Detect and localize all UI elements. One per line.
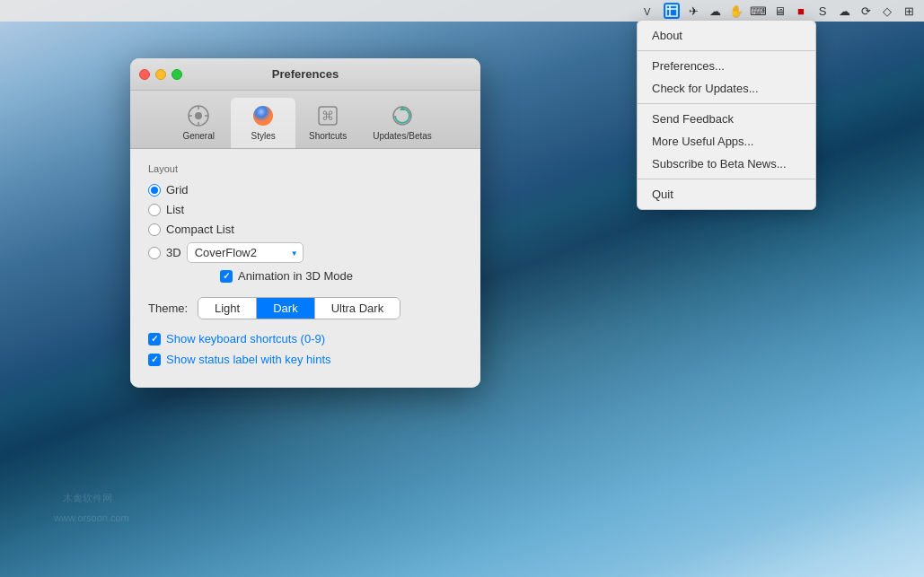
menubar-icon-plane[interactable]: ✈ — [685, 3, 701, 19]
titlebar: Preferences — [130, 58, 480, 91]
svg-point-10 — [253, 106, 273, 126]
dropdown-menu: About Preferences... Check for Updates..… — [637, 20, 816, 210]
tab-shortcuts[interactable]: ⌘ Shortcuts — [295, 98, 360, 148]
content-area: Layout Grid List Compact List — [130, 149, 480, 388]
animation-row[interactable]: Animation in 3D Mode — [220, 269, 462, 283]
menu-item-check-updates[interactable]: Check for Updates... — [638, 77, 815, 100]
close-button[interactable] — [139, 69, 150, 80]
shortcuts-icon: ⌘ — [315, 103, 340, 128]
menubar-icon-active[interactable] — [664, 3, 680, 19]
radio-btn-compact[interactable] — [148, 223, 161, 236]
menu-item-about[interactable]: About — [638, 24, 815, 47]
radio-label-grid: Grid — [166, 183, 189, 197]
menu-separator-3 — [638, 179, 815, 179]
window-title: Preferences — [272, 67, 339, 81]
tab-updates[interactable]: Updates/Betas — [360, 98, 444, 148]
svg-text:⌘: ⌘ — [321, 109, 334, 123]
menubar: V ✈ ☁ ✋ ⌨ 🖥 ■ S ☁ ⟳ ◇ ⊞ — [0, 0, 924, 22]
minimize-button[interactable] — [155, 69, 166, 80]
checkbox-shortcuts[interactable]: Show keyboard shortcuts (0-9) — [148, 332, 462, 345]
toolbar: General Styles — [130, 91, 480, 149]
animation-checkbox[interactable] — [220, 270, 233, 283]
layout-section: Layout Grid List Compact List — [148, 163, 462, 283]
menubar-icon-red[interactable]: ■ — [793, 3, 809, 19]
styles-icon — [251, 103, 276, 128]
menubar-icon-monitor[interactable]: 🖥 — [771, 3, 788, 19]
radio-label-list: List — [166, 203, 184, 216]
tab-general[interactable]: General — [166, 98, 231, 148]
menubar-icon-s[interactable]: S — [814, 3, 831, 19]
svg-rect-1 — [666, 5, 677, 16]
tab-shortcuts-label: Shortcuts — [309, 131, 347, 141]
menu-separator-2 — [638, 103, 815, 104]
radio-list[interactable]: List — [148, 203, 462, 216]
radio-grid[interactable]: Grid — [148, 183, 462, 197]
tab-general-label: General — [182, 131, 215, 141]
menu-separator-1 — [638, 50, 815, 51]
radio-label-3d: 3D — [166, 246, 181, 259]
checkbox-status-box[interactable] — [148, 354, 161, 366]
menubar-icon-cloud2[interactable]: ☁ — [836, 3, 852, 19]
svg-point-5 — [195, 112, 202, 119]
radio-btn-list[interactable] — [148, 204, 161, 216]
svg-text:V: V — [644, 6, 651, 17]
menu-item-more-apps[interactable]: More Useful Apps... — [638, 130, 815, 153]
layout-label: Layout — [148, 163, 462, 174]
maximize-button[interactable] — [172, 69, 182, 80]
menu-item-feedback[interactable]: Send Feedback — [638, 108, 815, 130]
tab-updates-label: Updates/Betas — [373, 131, 432, 141]
coverflow-select[interactable]: CoverFlow2 CoverFlow Slide Rotate — [187, 242, 304, 263]
theme-label: Theme: — [148, 302, 189, 315]
checkbox-status-label-text: Show status label with key hints — [166, 353, 331, 366]
general-icon — [186, 103, 211, 128]
coverflow-select-wrapper: CoverFlow2 CoverFlow Slide Rotate — [187, 242, 304, 263]
animation-label: Animation in 3D Mode — [238, 269, 353, 283]
menubar-icon-grid[interactable]: ⊞ — [901, 3, 917, 19]
checkbox-shortcuts-label: Show keyboard shortcuts (0-9) — [166, 332, 325, 345]
menubar-icon-search[interactable]: ⟳ — [858, 3, 874, 19]
theme-dark-btn[interactable]: Dark — [257, 298, 314, 319]
menu-item-preferences[interactable]: Preferences... — [638, 55, 815, 77]
checkbox-status-label[interactable]: Show status label with key hints — [148, 353, 462, 366]
menu-item-beta-news[interactable]: Subscribe to Beta News... — [638, 153, 815, 175]
theme-ultradark-btn[interactable]: Ultra Dark — [315, 298, 400, 319]
radio-label-compact: Compact List — [166, 223, 234, 236]
updates-icon — [390, 103, 415, 128]
menubar-icon-cloud[interactable]: ☁ — [707, 3, 723, 19]
checkbox-shortcuts-box[interactable] — [148, 333, 161, 345]
radio-btn-grid[interactable] — [148, 184, 161, 197]
menubar-icons: V ✈ ☁ ✋ ⌨ 🖥 ■ S ☁ ⟳ ◇ ⊞ — [642, 3, 917, 19]
radio-btn-3d[interactable] — [148, 247, 161, 259]
menu-item-quit[interactable]: Quit — [638, 183, 815, 205]
menubar-icon-hand[interactable]: ✋ — [728, 3, 744, 19]
radio-compact[interactable]: Compact List — [148, 223, 462, 236]
theme-light-btn[interactable]: Light — [198, 298, 257, 319]
traffic-lights — [139, 69, 182, 80]
theme-buttons: Light Dark Ultra Dark — [198, 297, 400, 319]
radio-3d-row: 3D CoverFlow2 CoverFlow Slide Rotate — [148, 242, 462, 263]
menubar-icon-v[interactable]: V — [642, 3, 658, 19]
theme-section: Theme: Light Dark Ultra Dark — [148, 297, 462, 319]
desktop: V ✈ ☁ ✋ ⌨ 🖥 ■ S ☁ ⟳ ◇ ⊞ About Preference… — [0, 0, 924, 577]
menubar-icon-keyboard[interactable]: ⌨ — [750, 3, 766, 19]
watermark-2: www.orsoon.com — [54, 512, 129, 523]
menubar-icon-diamond[interactable]: ◇ — [879, 3, 895, 19]
tab-styles[interactable]: Styles — [231, 98, 295, 148]
tab-styles-label: Styles — [251, 131, 276, 141]
preferences-window: Preferences General — [130, 58, 480, 388]
watermark-1: 木禽软件网 — [63, 492, 112, 505]
